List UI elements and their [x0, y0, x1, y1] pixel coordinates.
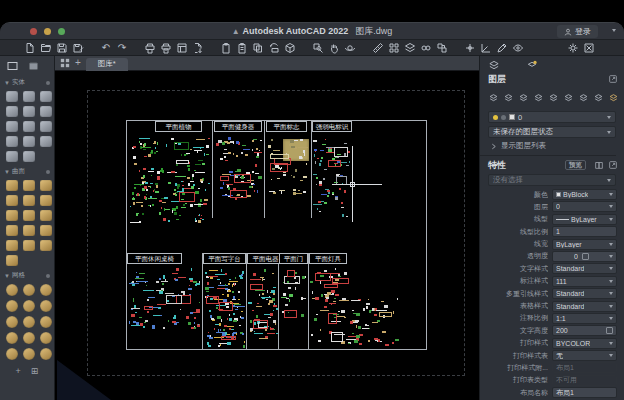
property-control[interactable]: Standard: [552, 301, 617, 312]
solid-tool-icon[interactable]: [23, 151, 35, 162]
panel-collapse-icon[interactable]: [608, 160, 618, 170]
match-properties-icon[interactable]: [267, 41, 281, 54]
surface-tool-icon[interactable]: [6, 255, 18, 266]
page-setup-icon[interactable]: [175, 41, 189, 54]
solid-tool-icon[interactable]: [40, 136, 52, 147]
mesh-tool-icon[interactable]: [40, 348, 52, 360]
surface-tool-icon[interactable]: [40, 240, 52, 251]
solid-tool-icon[interactable]: [6, 106, 18, 117]
new-icon[interactable]: [23, 41, 37, 54]
mesh-tool-icon[interactable]: [23, 284, 35, 296]
panel-collapse-icon[interactable]: [608, 74, 618, 84]
layer-on-icon[interactable]: [488, 89, 499, 107]
property-control[interactable]: ByLayer: [552, 214, 617, 225]
layer-unisolate-icon[interactable]: [593, 89, 604, 107]
palette-add-button[interactable]: +: [16, 366, 21, 376]
property-control[interactable]: ByBlock: [552, 189, 617, 200]
property-control[interactable]: 布局1: [552, 387, 617, 398]
paste-icon[interactable]: [235, 41, 249, 54]
solid-tool-icon[interactable]: [23, 136, 35, 147]
layer-off-icon[interactable]: [503, 89, 514, 107]
wireframe-box-icon[interactable]: [6, 60, 19, 72]
copy-icon[interactable]: [251, 41, 265, 54]
mesh-tool-icon[interactable]: [40, 300, 52, 312]
start-tab-grid-icon[interactable]: [60, 58, 70, 68]
palette-options-button[interactable]: ⊞: [31, 366, 39, 376]
solid-tool-icon[interactable]: [23, 106, 35, 117]
property-control[interactable]: 200: [552, 325, 617, 336]
surface-tool-icon[interactable]: [6, 210, 18, 221]
measure-icon[interactable]: [371, 41, 385, 54]
layer-freeze-icon[interactable]: [518, 89, 529, 107]
transparency-icon[interactable]: [582, 253, 589, 260]
surface-tool-icon[interactable]: [6, 240, 18, 251]
mesh-tool-icon[interactable]: [6, 284, 18, 296]
clean-screen-icon[interactable]: [582, 41, 596, 54]
surface-tool-icon[interactable]: [6, 195, 18, 206]
surface-tool-icon[interactable]: [23, 225, 35, 236]
mesh-tool-icon[interactable]: [23, 300, 35, 312]
property-control[interactable]: 1:1: [552, 313, 617, 324]
copy-clip-icon[interactable]: [219, 41, 233, 54]
new-tab-button[interactable]: +: [75, 58, 81, 68]
zoom-window-button[interactable]: [58, 28, 65, 35]
solid-tool-icon[interactable]: [6, 91, 18, 102]
titlebar-more-caret[interactable]: [612, 29, 616, 32]
mesh-tool-icon[interactable]: [6, 332, 18, 344]
selection-dropdown[interactable]: 没有选择: [488, 174, 616, 186]
open-icon[interactable]: [39, 41, 53, 54]
object-snap-icon[interactable]: [463, 41, 477, 54]
save-as-icon[interactable]: [71, 41, 85, 54]
plot-preview-icon[interactable]: [159, 41, 173, 54]
show-layer-list-toggle[interactable]: 显示图层列表: [490, 141, 624, 151]
pan-icon[interactable]: [327, 41, 341, 54]
property-control[interactable]: 无: [552, 350, 617, 361]
array-icon[interactable]: [387, 41, 401, 54]
group-icon[interactable]: [419, 41, 433, 54]
mesh-tool-icon[interactable]: [40, 332, 52, 344]
save-icon[interactable]: [55, 41, 69, 54]
attach-xref-icon[interactable]: [435, 41, 449, 54]
solid-box-icon[interactable]: [27, 60, 40, 72]
surface-tool-icon[interactable]: [23, 210, 35, 221]
mesh-tool-icon[interactable]: [23, 348, 35, 360]
surface-tool-icon[interactable]: [40, 225, 52, 236]
drawing-tab-active[interactable]: 图库*: [86, 58, 128, 71]
property-control[interactable]: 111: [552, 276, 617, 287]
property-control[interactable]: BYCOLOR: [552, 338, 617, 349]
layer-walk-icon[interactable]: [608, 89, 619, 107]
surface-tool-icon[interactable]: [6, 180, 18, 191]
layer-unlock-icon[interactable]: [563, 89, 574, 107]
mesh-tool-icon[interactable]: [6, 316, 18, 328]
mesh-tool-icon[interactable]: [40, 316, 52, 328]
ucs-icon[interactable]: [479, 41, 493, 54]
named-views-icon[interactable]: [511, 41, 525, 54]
surface-tool-icon[interactable]: [23, 180, 35, 191]
surface-tool-icon[interactable]: [40, 180, 52, 191]
property-control[interactable]: Standard: [552, 263, 617, 274]
mesh-tool-icon[interactable]: [40, 284, 52, 296]
property-control[interactable]: 1: [552, 226, 617, 237]
solid-tool-icon[interactable]: [40, 121, 52, 132]
zoom-window-icon[interactable]: [311, 41, 325, 54]
layer-state-dropdown[interactable]: 未保存的图层状态: [488, 126, 616, 138]
surface-tool-icon[interactable]: [23, 240, 35, 251]
surface-tool-icon[interactable]: [40, 210, 52, 221]
minimize-window-button[interactable]: [44, 28, 51, 35]
palette-section-header-2[interactable]: ▼网格: [0, 268, 54, 282]
palette-section-header-0[interactable]: ▼实体: [0, 75, 54, 89]
plot-icon[interactable]: [143, 41, 157, 54]
mesh-tool-icon[interactable]: [6, 348, 18, 360]
solid-tool-icon[interactable]: [23, 91, 35, 102]
redo-icon[interactable]: ↷: [115, 41, 129, 54]
solid-tool-icon[interactable]: [6, 121, 18, 132]
property-control[interactable]: ByLayer: [552, 239, 617, 250]
surface-tool-icon[interactable]: [6, 225, 18, 236]
close-window-button[interactable]: [30, 28, 37, 35]
property-control[interactable]: 0: [552, 201, 617, 212]
surface-tool-icon[interactable]: [40, 195, 52, 206]
section-options-icon[interactable]: [46, 274, 50, 278]
property-control[interactable]: 0: [552, 251, 617, 262]
login-button[interactable]: 登录: [557, 25, 598, 38]
undo-icon[interactable]: ↶: [99, 41, 113, 54]
